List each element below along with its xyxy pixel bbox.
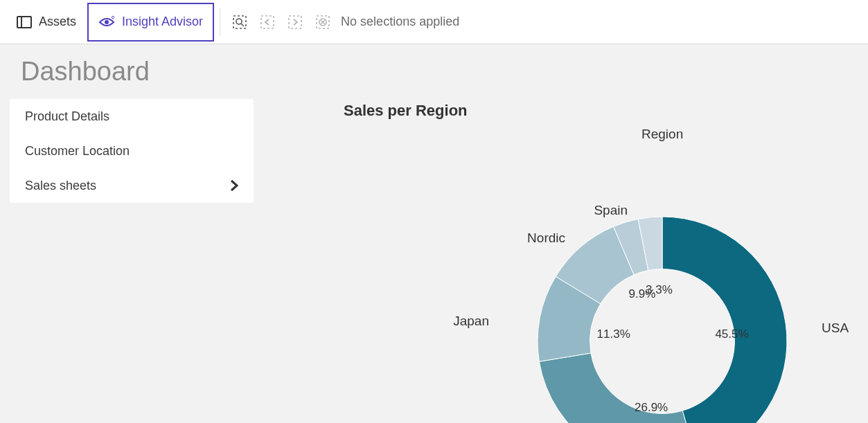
insight-advisor-button[interactable]: Insight Advisor [87,3,214,42]
insight-eye-icon [98,15,115,29]
main-content: Sales per Region RegionUSA45.5%26.9%Japa… [344,99,868,423]
assets-button[interactable]: Assets [6,3,87,42]
top-toolbar: Assets Insight Advisor No selections app… [0,0,868,44]
slice-label-spain: Spain [594,203,628,218]
svg-point-2 [105,20,109,24]
slice-label-nordic: Nordic [527,231,565,246]
sidebar-item-product-details[interactable]: Product Details [10,99,254,134]
clear-selections-button[interactable] [309,8,337,36]
insight-label: Insight Advisor [122,15,203,29]
slice-pct-uk: 26.9% [635,401,668,415]
svg-point-4 [236,19,242,24]
donut-chart-svg [344,127,842,423]
sidebar-item-customer-location[interactable]: Customer Location [10,134,254,168]
chart-legend-title: Region [641,127,683,142]
chevron-right-icon [230,179,238,192]
donut-slice-uk[interactable] [539,353,697,423]
svg-rect-0 [17,17,31,28]
sidebar-item-label: Sales sheets [25,179,96,193]
svg-line-5 [241,24,244,26]
step-forward-button[interactable] [281,8,309,36]
sales-per-region-chart[interactable]: RegionUSA45.5%26.9%Japan11.3%Nordic9.9%S… [344,127,842,423]
chart-title: Sales per Region [344,102,868,120]
svg-rect-3 [233,16,246,28]
step-back-button[interactable] [254,8,281,36]
panel-icon [17,16,32,28]
sidebar-item-sales-sheets[interactable]: Sales sheets [10,168,254,203]
sidebar-item-label: Product Details [25,109,109,124]
slice-pct-spain: 3.3% [646,283,673,297]
slice-pct-usa: 45.5% [715,327,748,341]
page-title: Dashboard [21,57,868,87]
slice-pct-japan: 11.3% [597,327,630,341]
filter-sidebar: Product Details Customer Location Sales … [10,99,254,203]
slice-label-usa: USA [822,321,849,336]
smart-search-button[interactable] [226,8,254,36]
svg-rect-6 [261,16,274,28]
assets-label: Assets [39,15,76,29]
slice-label-japan: Japan [453,314,489,329]
toolbar-separator [220,8,220,36]
donut-slice-usa[interactable] [662,217,787,423]
svg-rect-7 [289,16,301,28]
page-body: Dashboard Product Details Customer Locat… [0,44,868,423]
sidebar-item-label: Customer Location [25,144,130,159]
selections-status-text: No selections applied [341,15,459,29]
